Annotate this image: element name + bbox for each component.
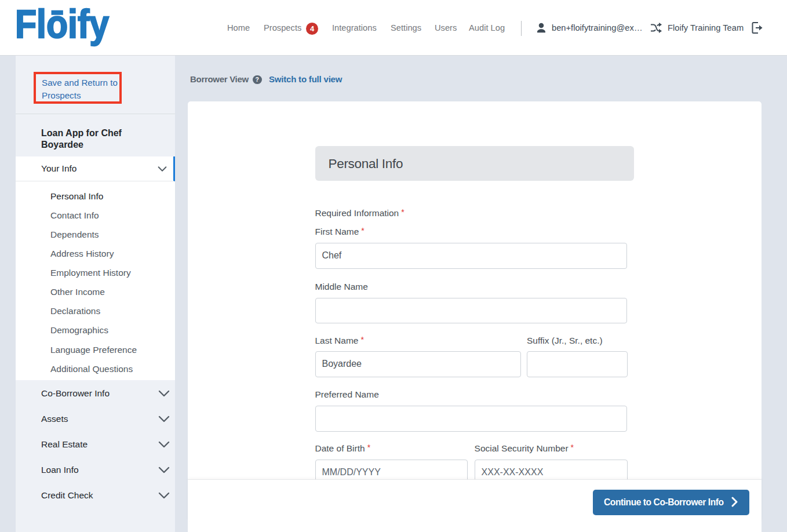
svg-text:Flōify: Flōify	[15, 5, 109, 46]
